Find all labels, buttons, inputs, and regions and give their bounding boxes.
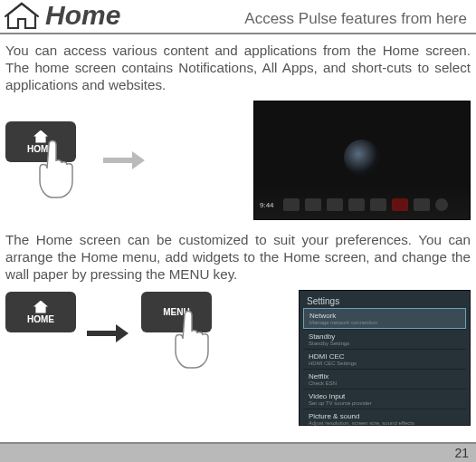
settings-item-title: HDMI CEC xyxy=(309,352,461,361)
hand-icon xyxy=(33,138,90,201)
dock-tile xyxy=(305,198,321,211)
settings-item-sub: Set up TV source provider xyxy=(309,400,461,406)
settings-item: HDMI CEC HDMI CEC Settings xyxy=(303,349,466,369)
page-subtitle: Access Pulse features from here xyxy=(244,3,472,28)
home-button-graphic: HOME xyxy=(5,292,76,332)
settings-item: Netflix Check ESN xyxy=(303,369,466,389)
customize-paragraph: The Home screen can be customized to sui… xyxy=(0,224,476,286)
dock-tile xyxy=(327,198,343,211)
settings-item-sub: Adjust resolution, screen size, sound ef… xyxy=(309,420,461,426)
settings-item-title: Network xyxy=(309,312,460,320)
dock-tile xyxy=(283,198,300,211)
press-home-illustration: HOME xyxy=(5,120,92,201)
page-footer: 21 xyxy=(0,442,476,462)
tv-settings-screenshot: Settings Network Manage network connecti… xyxy=(299,290,471,426)
settings-item-title: Standby xyxy=(309,332,461,341)
home-icon xyxy=(4,1,40,30)
settings-item: Video Input Set up TV source provider xyxy=(303,389,466,409)
illustration-row-1: HOME 9:44 xyxy=(0,97,476,224)
settings-item-title: Picture & sound xyxy=(309,412,461,420)
settings-title: Settings xyxy=(303,294,466,308)
hand-icon xyxy=(168,308,226,371)
home-glyph-icon xyxy=(33,301,48,313)
tv-clock: 9:44 xyxy=(260,201,274,209)
settings-item-sub: Manage network connection xyxy=(309,320,460,325)
settings-item: Picture & sound Adjust resolution, scree… xyxy=(303,409,466,428)
illustration-row-2: HOME MENU Settings Network Manage networ… xyxy=(0,286,476,429)
settings-item-title: Netflix xyxy=(309,372,461,380)
press-menu-illustration: MENU xyxy=(141,290,228,377)
settings-item-sub: Standby Settings xyxy=(309,341,461,346)
settings-item: Standby Standby Settings xyxy=(303,329,466,349)
dock-tile xyxy=(414,198,430,211)
settings-item-title: Video Input xyxy=(309,392,461,400)
header: Home Access Pulse features from here xyxy=(0,0,476,34)
dock-tile xyxy=(435,198,448,211)
page-title: Home xyxy=(45,0,120,31)
home-button-label: HOME xyxy=(27,314,54,324)
settings-item-sub: Check ESN xyxy=(309,380,461,386)
dock-tile xyxy=(370,198,386,211)
arrow-icon xyxy=(103,151,148,169)
arrow-icon xyxy=(87,324,132,342)
dock-tile xyxy=(392,198,408,211)
home-button-block: HOME xyxy=(5,290,78,377)
settings-item: Network Manage network connection xyxy=(303,308,466,329)
settings-item-sub: HDMI CEC Settings xyxy=(309,361,461,366)
tv-home-screenshot: 9:44 xyxy=(253,101,471,220)
intro-paragraph: You can access various content and appli… xyxy=(0,34,476,97)
page-number: 21 xyxy=(454,446,469,460)
dock-tile xyxy=(348,198,365,211)
